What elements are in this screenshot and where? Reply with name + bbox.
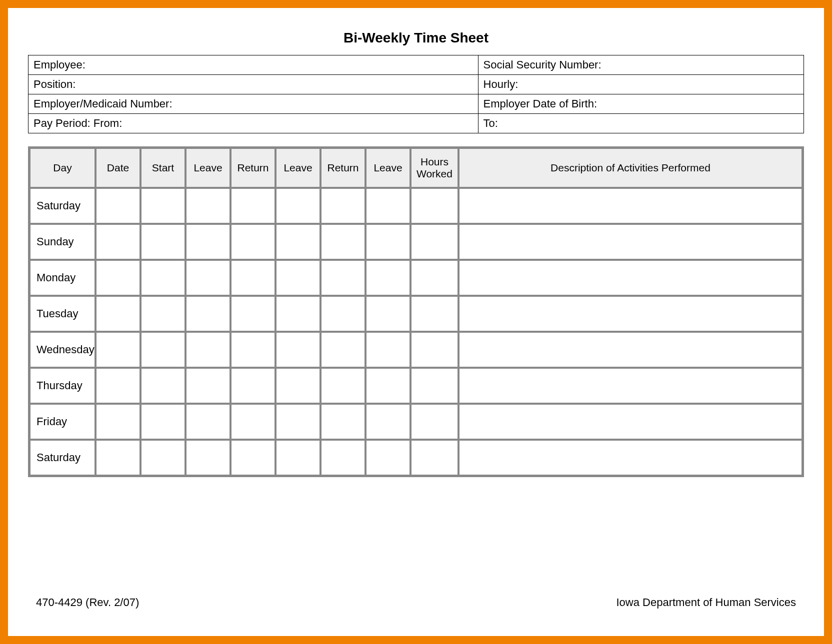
date-cell[interactable] [96,296,140,331]
desc-cell[interactable] [459,368,802,403]
hours-cell[interactable] [411,440,458,475]
hours-cell[interactable] [411,332,458,367]
date-cell[interactable] [96,404,140,439]
document-frame: Bi-Weekly Time Sheet Employee: Social Se… [0,0,832,644]
position-field[interactable]: Position: [28,75,478,94]
start-cell[interactable] [141,440,185,475]
start-cell[interactable] [141,404,185,439]
desc-cell[interactable] [459,188,802,223]
employee-field[interactable]: Employee: [28,55,478,75]
col-return-1: Return [231,148,275,187]
day-cell: Monday [30,260,95,295]
leave-cell[interactable] [366,332,410,367]
leave-cell[interactable] [366,296,410,331]
return-cell[interactable] [321,260,365,295]
start-cell[interactable] [141,296,185,331]
return-cell[interactable] [321,188,365,223]
start-cell[interactable] [141,188,185,223]
start-cell[interactable] [141,224,185,259]
date-cell[interactable] [96,224,140,259]
leave-cell[interactable] [366,368,410,403]
hours-cell[interactable] [411,224,458,259]
return-cell[interactable] [321,332,365,367]
employer-dob-field[interactable]: Employer Date of Birth: [478,94,804,114]
leave-cell[interactable] [186,188,230,223]
return-cell[interactable] [231,296,275,331]
start-cell[interactable] [141,332,185,367]
leave-cell[interactable] [366,440,410,475]
hourly-field[interactable]: Hourly: [478,75,804,94]
hours-cell[interactable] [411,404,458,439]
date-cell[interactable] [96,188,140,223]
return-cell[interactable] [231,224,275,259]
form-number: 470-4429 (Rev. 2/07) [36,596,139,609]
leave-cell[interactable] [186,440,230,475]
leave-cell[interactable] [186,332,230,367]
pay-period-to-field[interactable]: To: [478,114,804,133]
leave-cell[interactable] [186,260,230,295]
hours-cell[interactable] [411,188,458,223]
date-cell[interactable] [96,440,140,475]
leave-cell[interactable] [366,260,410,295]
col-hours: Hours Worked [411,148,458,187]
return-cell[interactable] [231,260,275,295]
day-cell: Saturday [30,440,95,475]
hours-cell[interactable] [411,368,458,403]
col-leave-1: Leave [186,148,230,187]
table-row: Friday [30,404,802,439]
day-cell: Thursday [30,368,95,403]
leave-cell[interactable] [186,368,230,403]
employer-medicaid-field[interactable]: Employer/Medicaid Number: [28,94,478,114]
date-cell[interactable] [96,260,140,295]
leave-cell[interactable] [186,224,230,259]
leave-cell[interactable] [276,296,320,331]
return-cell[interactable] [231,332,275,367]
leave-cell[interactable] [276,440,320,475]
day-cell: Friday [30,404,95,439]
pay-period-from-field[interactable]: Pay Period: From: [28,114,478,133]
ssn-field[interactable]: Social Security Number: [478,55,804,75]
leave-cell[interactable] [186,296,230,331]
info-table: Employee: Social Security Number: Positi… [28,55,804,133]
return-cell[interactable] [231,404,275,439]
day-cell: Wednesday [30,332,95,367]
agency-name: Iowa Department of Human Services [616,596,796,609]
desc-cell[interactable] [459,440,802,475]
col-date: Date [96,148,140,187]
leave-cell[interactable] [366,224,410,259]
return-cell[interactable] [321,368,365,403]
leave-cell[interactable] [276,260,320,295]
table-row: Saturday [30,188,802,223]
date-cell[interactable] [96,332,140,367]
leave-cell[interactable] [366,188,410,223]
leave-cell[interactable] [276,404,320,439]
return-cell[interactable] [231,440,275,475]
return-cell[interactable] [231,368,275,403]
table-row: Sunday [30,224,802,259]
hours-cell[interactable] [411,260,458,295]
leave-cell[interactable] [186,404,230,439]
desc-cell[interactable] [459,296,802,331]
leave-cell[interactable] [276,368,320,403]
leave-cell[interactable] [366,404,410,439]
return-cell[interactable] [321,296,365,331]
col-leave-2: Leave [276,148,320,187]
return-cell[interactable] [321,440,365,475]
date-cell[interactable] [96,368,140,403]
leave-cell[interactable] [276,224,320,259]
desc-cell[interactable] [459,404,802,439]
desc-cell[interactable] [459,332,802,367]
table-row: Saturday [30,440,802,475]
leave-cell[interactable] [276,188,320,223]
leave-cell[interactable] [276,332,320,367]
return-cell[interactable] [321,404,365,439]
start-cell[interactable] [141,260,185,295]
col-start: Start [141,148,185,187]
return-cell[interactable] [321,224,365,259]
start-cell[interactable] [141,368,185,403]
desc-cell[interactable] [459,260,802,295]
hours-cell[interactable] [411,296,458,331]
desc-cell[interactable] [459,224,802,259]
return-cell[interactable] [231,188,275,223]
table-row: Thursday [30,368,802,403]
